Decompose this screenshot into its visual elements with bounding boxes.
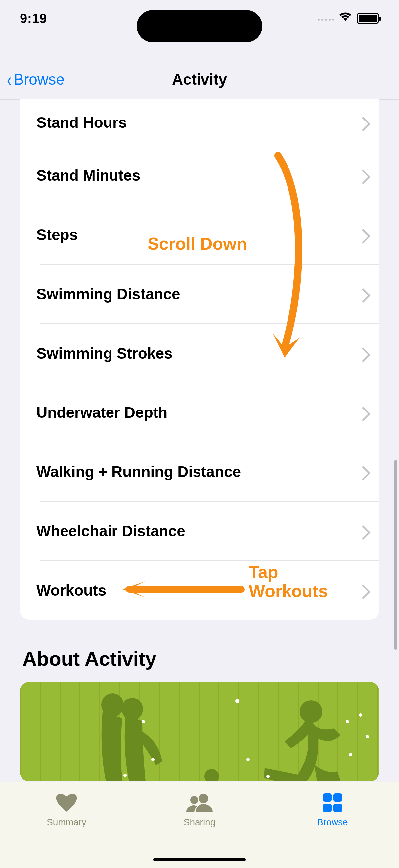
about-activity-card[interactable] <box>20 682 379 781</box>
status-right <box>318 12 379 24</box>
svg-point-9 <box>151 758 155 762</box>
chevron-right-icon <box>356 288 370 303</box>
row-label: Stand Hours <box>36 114 127 131</box>
tab-bar: Summary Sharing Browse <box>0 782 399 868</box>
row-label: Walking + Running Distance <box>36 463 241 481</box>
row-stand-minutes[interactable]: Stand Minutes <box>20 146 379 205</box>
tab-sharing[interactable]: Sharing <box>133 782 266 868</box>
svg-point-8 <box>142 720 145 723</box>
svg-rect-23 <box>333 804 342 812</box>
row-label: Workouts <box>36 581 106 599</box>
scroll-indicator[interactable] <box>394 460 397 650</box>
svg-point-19 <box>190 796 198 804</box>
wifi-icon <box>339 12 352 24</box>
row-wheelchair-distance[interactable]: Wheelchair Distance <box>20 501 379 560</box>
svg-point-12 <box>246 758 250 762</box>
row-label: Swimming Distance <box>36 285 180 303</box>
home-indicator[interactable] <box>153 858 246 861</box>
row-label: Stand Minutes <box>36 166 140 184</box>
svg-point-17 <box>366 735 369 738</box>
svg-point-18 <box>199 794 208 803</box>
chevron-right-icon <box>356 466 370 480</box>
nav-title: Activity <box>172 70 227 88</box>
battery-icon <box>357 12 379 24</box>
row-label: Underwater Depth <box>36 404 167 422</box>
status-time: 9:19 <box>20 11 47 26</box>
status-bar: 9:19 <box>0 0 399 36</box>
chevron-right-icon <box>356 584 370 599</box>
back-label: Browse <box>13 70 64 88</box>
row-swimming-distance[interactable]: Swimming Distance <box>20 264 379 323</box>
dynamic-island <box>137 10 262 42</box>
svg-point-13 <box>266 775 270 778</box>
tab-label: Sharing <box>184 817 216 828</box>
people-icon <box>184 791 215 814</box>
activity-list[interactable]: Stand Hours Stand Minutes Steps Swimming… <box>20 99 379 620</box>
annotation-tap-text: Tap Workouts <box>249 563 328 600</box>
cellular-dots-icon <box>318 16 334 21</box>
row-label: Swimming Strokes <box>36 344 173 362</box>
svg-point-16 <box>349 753 352 756</box>
row-underwater-depth[interactable]: Underwater Depth <box>20 383 379 442</box>
row-walking-running-distance[interactable]: Walking + Running Distance <box>20 442 379 501</box>
svg-point-5 <box>122 698 143 720</box>
svg-rect-22 <box>323 804 332 812</box>
row-label: Wheelchair Distance <box>36 522 185 540</box>
grid-icon <box>322 791 343 814</box>
chevron-left-icon: ‹ <box>7 68 11 91</box>
svg-rect-21 <box>333 793 342 802</box>
svg-point-10 <box>124 774 127 777</box>
tab-summary[interactable]: Summary <box>0 782 133 868</box>
chevron-right-icon <box>356 229 370 243</box>
about-activity-header: About Activity <box>23 648 156 670</box>
tab-label: Summary <box>47 817 86 828</box>
svg-point-11 <box>235 699 239 703</box>
row-label: Steps <box>36 226 78 244</box>
svg-point-15 <box>359 713 362 717</box>
chevron-right-icon <box>356 117 370 131</box>
row-swimming-strokes[interactable]: Swimming Strokes <box>20 323 379 383</box>
chevron-right-icon <box>356 525 370 539</box>
tab-label: Browse <box>317 817 348 828</box>
annotation-scroll-text: Scroll Down <box>147 235 247 253</box>
back-button[interactable]: ‹ Browse <box>6 68 65 91</box>
tab-browse[interactable]: Browse <box>266 782 399 868</box>
row-stand-hours[interactable]: Stand Hours <box>20 99 379 146</box>
heart-icon <box>55 791 78 814</box>
activity-illustration <box>20 682 379 781</box>
svg-point-6 <box>300 701 322 723</box>
chevron-right-icon <box>356 169 370 184</box>
nav-bar: ‹ Browse Activity <box>0 60 399 100</box>
svg-rect-20 <box>323 793 332 802</box>
chevron-right-icon <box>356 406 370 421</box>
svg-point-14 <box>346 720 349 723</box>
chevron-right-icon <box>356 347 370 362</box>
